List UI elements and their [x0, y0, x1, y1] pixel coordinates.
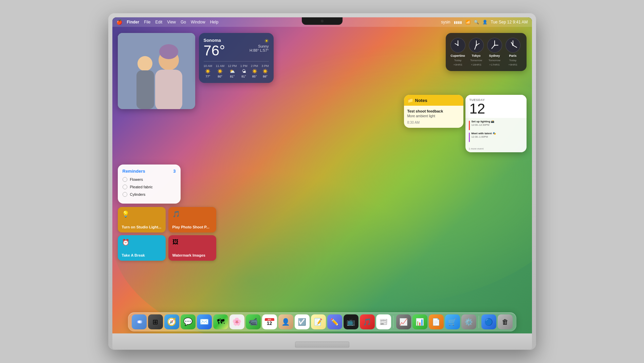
reminder-item-2: Cylinders: [123, 192, 176, 197]
menubar-user: sysin: [441, 20, 450, 24]
dock-numbers[interactable]: 📊: [412, 314, 427, 329]
dock-news[interactable]: 📰: [376, 314, 391, 329]
master-icon: 📈: [399, 318, 408, 326]
dock-messages[interactable]: 💬: [181, 314, 196, 329]
camera-notch: [302, 17, 343, 25]
reminder-text-0: Flowers: [130, 177, 143, 182]
dock-pages[interactable]: 📄: [429, 314, 444, 329]
menubar-go[interactable]: Go: [181, 20, 186, 24]
dock-photos[interactable]: 🌸: [229, 314, 244, 329]
clock-sydney: Sydney Tomorrow +17HRS: [487, 38, 502, 66]
shortcut-tile-1[interactable]: 🎵 Play Photo Shoot P...: [168, 207, 216, 232]
reminder-circle-1: [123, 185, 127, 189]
menubar-window[interactable]: Window: [191, 20, 205, 24]
calendar-widget[interactable]: TUESDAY 12 Set up lighting 📸 12:00–12:30…: [465, 95, 527, 152]
dock-reminders[interactable]: ☑️: [295, 314, 310, 329]
dock-notes[interactable]: 📝: [311, 314, 326, 329]
dock-appstore[interactable]: 🛒: [445, 314, 460, 329]
menubar-left: 🍎 Finder File Edit View Go Window Help: [116, 19, 219, 25]
svg-point-6: [137, 56, 152, 71]
dock-facetime[interactable]: 📹: [246, 314, 261, 329]
reminder-circle-0: [123, 177, 127, 182]
dock-safari[interactable]: 🧭: [164, 314, 179, 329]
preferences-icon: 🔵: [484, 318, 493, 326]
shortcut-label-0: Turn on Studio Light...: [122, 225, 162, 229]
dock-mail[interactable]: ✉️: [197, 314, 212, 329]
safari-icon: 🧭: [167, 317, 176, 326]
finder-icon: ☻: [134, 317, 144, 327]
menubar-file[interactable]: File: [144, 20, 150, 24]
apple-logo[interactable]: 🍎: [116, 19, 122, 25]
camera-dot: [321, 20, 324, 22]
shortcut-icon-2: ⏰: [122, 239, 162, 246]
weather-hour-4: 2 PM ☀️ 85°: [251, 64, 258, 78]
clocks-widget[interactable]: Cupertino Today +0HRS Tokyo Tomorrow +16…: [446, 33, 527, 71]
svg-rect-7: [136, 70, 154, 109]
reminders-icon: ☑️: [298, 318, 306, 326]
macbook-bottom: [112, 333, 532, 350]
dock-contacts[interactable]: 👤: [278, 314, 293, 329]
menubar-help[interactable]: Help: [210, 20, 219, 24]
shortcut-tile-2[interactable]: ⏰ Take A Break: [118, 235, 166, 261]
dock-freeform[interactable]: ✏️: [327, 314, 342, 329]
dock-calendar[interactable]: SEP 12: [262, 314, 277, 329]
menubar-right: sysin ▮▮▮▮ 📶 🔍 👤 Tue Sep 12 9:41 AM: [441, 20, 528, 24]
trackpad[interactable]: [295, 342, 349, 348]
trash-icon: 🗑: [502, 318, 509, 326]
notes-folder-icon: 📁: [407, 98, 413, 103]
mail-icon: ✉️: [200, 317, 209, 326]
shortcut-tile-3[interactable]: 🖼 Watermark Images: [168, 235, 216, 261]
dock: ☻ ⊞ 🧭 💬: [128, 312, 516, 331]
photo-svg: [118, 33, 195, 109]
shortcut-label-3: Watermark Images: [172, 253, 212, 257]
dock-settings[interactable]: ⚙️: [461, 314, 476, 329]
search-icon[interactable]: 🔍: [474, 20, 479, 24]
notes-time: 8:30 AM: [407, 121, 460, 124]
contacts-icon: 👤: [281, 318, 290, 326]
shortcut-tile-0[interactable]: 💡 Turn on Studio Light...: [118, 207, 166, 232]
photo-placeholder: [118, 33, 195, 109]
weather-sun-icon: ☀: [264, 38, 269, 44]
menubar-view[interactable]: View: [167, 20, 176, 24]
dock-appletv[interactable]: 📺: [344, 314, 358, 329]
reminder-text-2: Cylinders: [130, 192, 146, 196]
dock-separator-2: [479, 316, 479, 328]
cal-event-text-1: Meet with talent 🎭 12:30–1:00PM: [472, 132, 496, 139]
cal-event-text-0: Set up lighting 📸 12:00–12:30PM: [472, 120, 495, 127]
weather-hour-2: 12 PM ⛅ 81°: [228, 64, 237, 78]
clock-face-cupertino: [450, 38, 465, 53]
weather-widget[interactable]: Sonoma 76° ☀ Sunny H:88° L:57°: [199, 33, 274, 83]
cal-event-0: Set up lighting 📸 12:00–12:30PM: [469, 120, 523, 130]
user-icon[interactable]: 👤: [482, 20, 487, 24]
dock-music[interactable]: 🎵: [360, 314, 375, 329]
appletv-icon: 📺: [347, 318, 355, 326]
shortcut-icon-1: 🎵: [172, 210, 212, 218]
reminders-title: Reminders: [123, 169, 145, 174]
notes-widget[interactable]: 📁 Notes Test shoot feedback More ambient…: [404, 95, 463, 128]
weather-hour-5: 3 PM ☀️ 88°: [261, 64, 269, 78]
dock-trash[interactable]: 🗑: [498, 314, 513, 329]
weather-hour-1: 11 AM ☀️ 80°: [216, 64, 224, 78]
reminder-item-1: Pleated fabric: [123, 185, 176, 189]
dock-master[interactable]: 📈: [396, 314, 411, 329]
pages-icon: 📄: [432, 318, 440, 326]
calendar-icon: SEP 12: [265, 318, 274, 326]
wifi-icon: 📶: [465, 20, 471, 24]
reminders-widget[interactable]: Reminders 3 Flowers Pleated fabric Cylin…: [118, 165, 181, 204]
shortcut-label-1: Play Photo Shoot P...: [172, 225, 212, 229]
dock-preferences[interactable]: 🔵: [481, 314, 496, 329]
weather-hour-3: 1 PM 🌤 81°: [240, 64, 247, 78]
launchpad-icon: ⊞: [152, 318, 158, 326]
weather-temp: 76°: [204, 44, 225, 58]
weather-hour-0: 10 AM ☀️ 77°: [204, 64, 213, 78]
menubar-edit[interactable]: Edit: [155, 20, 163, 24]
notes-note-body: More ambient light: [407, 114, 460, 118]
news-icon: 📰: [379, 318, 388, 326]
svg-point-5: [159, 44, 178, 59]
reminders-count: 3: [173, 169, 176, 174]
dock-finder[interactable]: ☻: [132, 314, 147, 329]
menubar-finder[interactable]: Finder: [127, 20, 140, 24]
dock-maps[interactable]: 🗺: [213, 314, 228, 329]
dock-launchpad[interactable]: ⊞: [148, 314, 163, 329]
notes-body: Test shoot feedback More ambient light 8…: [404, 106, 463, 128]
